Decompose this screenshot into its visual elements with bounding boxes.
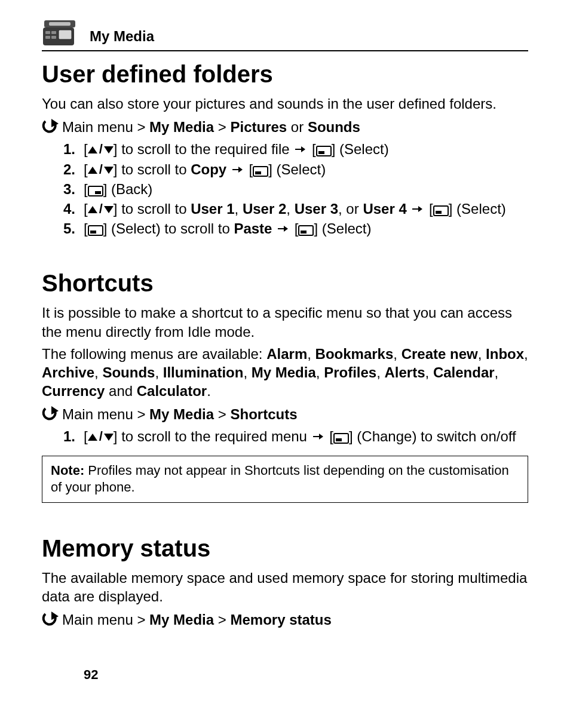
device-icon bbox=[42, 18, 78, 47]
step-body: [/] to scroll to the required menu [] (C… bbox=[84, 427, 528, 446]
softkey-left-icon bbox=[333, 433, 349, 444]
intro-shortcuts: It is possible to make a shortcut to a s… bbox=[42, 303, 528, 340]
heading-shortcuts: Shortcuts bbox=[42, 268, 528, 299]
up-icon bbox=[88, 206, 97, 213]
nav-path-pictures-sounds: Main menu > My Media > Pictures or Sound… bbox=[42, 118, 528, 136]
step-4: 4. [/] to scroll to User 1, User 2, User… bbox=[42, 199, 528, 218]
step-5: 5. [] (Select) to scroll to Paste [] (Se… bbox=[42, 219, 528, 238]
arrow-right-icon bbox=[231, 165, 245, 174]
heading-user-defined-folders: User defined folders bbox=[42, 59, 528, 90]
up-icon bbox=[88, 146, 97, 153]
steps-shortcuts: 1. [/] to scroll to the required menu []… bbox=[42, 427, 528, 446]
step-body: [] (Back) bbox=[84, 180, 528, 198]
step-number: 2. bbox=[42, 160, 84, 179]
intro-user-defined-folders: You can also store your pictures and sou… bbox=[42, 94, 528, 113]
nav-arrow-icon bbox=[42, 612, 59, 628]
step-number: 5. bbox=[42, 219, 84, 238]
shortcuts-menu-list: The following menus are available: Alarm… bbox=[42, 345, 528, 401]
slash-icon: / bbox=[97, 141, 104, 158]
softkey-left-icon bbox=[88, 225, 103, 236]
softkey-right-icon bbox=[88, 186, 103, 196]
arrow-right-icon bbox=[311, 432, 326, 441]
nav-text: Main menu > My Media > Shortcuts bbox=[62, 405, 297, 423]
page-header: My Media bbox=[42, 18, 528, 51]
steps-user-defined-folders: 1. [/] to scroll to the required file []… bbox=[42, 140, 528, 238]
header-section-label: My Media bbox=[90, 27, 154, 47]
step-number: 1. bbox=[42, 140, 84, 158]
step-number: 3. bbox=[42, 180, 84, 198]
note-body: Profiles may not appear in Shortcuts lis… bbox=[51, 463, 509, 495]
slash-icon: / bbox=[97, 428, 104, 446]
step-body: [] (Select) to scroll to Paste [] (Selec… bbox=[84, 219, 528, 238]
down-icon bbox=[104, 167, 114, 174]
nav-text: Main menu > My Media > Pictures or Sound… bbox=[62, 118, 360, 136]
step-body: [/] to scroll to the required file [] (S… bbox=[84, 140, 528, 158]
nav-text: Main menu > My Media > Memory status bbox=[62, 610, 332, 629]
nav-path-shortcuts: Main menu > My Media > Shortcuts bbox=[42, 405, 528, 423]
step-body: [/] to scroll to User 1, User 2, User 3,… bbox=[84, 199, 528, 218]
nav-path-memory-status: Main menu > My Media > Memory status bbox=[42, 610, 528, 629]
arrow-right-icon bbox=[293, 145, 308, 153]
arrow-right-icon bbox=[410, 205, 425, 213]
heading-memory-status: Memory status bbox=[42, 533, 528, 564]
up-icon bbox=[88, 434, 97, 441]
softkey-left-icon bbox=[316, 146, 332, 156]
softkey-left-icon bbox=[298, 225, 314, 236]
down-icon bbox=[104, 146, 114, 153]
down-icon bbox=[104, 206, 114, 213]
step-number: 4. bbox=[42, 199, 84, 218]
step-body: [/] to scroll to Copy [] (Select) bbox=[84, 160, 528, 179]
step-3: 3. [] (Back) bbox=[42, 180, 528, 198]
note-box: Note: Profiles may not appear in Shortcu… bbox=[42, 456, 528, 503]
softkey-left-icon bbox=[253, 166, 268, 177]
up-icon bbox=[88, 167, 97, 174]
page-number: 92 bbox=[84, 666, 98, 684]
step-number: 1. bbox=[42, 427, 84, 446]
slash-icon: / bbox=[97, 161, 104, 179]
note-label: Note: bbox=[51, 463, 84, 478]
nav-arrow-icon bbox=[42, 406, 59, 423]
step-1: 1. [/] to scroll to the required file []… bbox=[42, 140, 528, 158]
step-2: 2. [/] to scroll to Copy [] (Select) bbox=[42, 160, 528, 179]
slash-icon: / bbox=[97, 201, 104, 218]
arrow-right-icon bbox=[276, 225, 290, 233]
intro-memory-status: The available memory space and used memo… bbox=[42, 569, 528, 606]
step-1: 1. [/] to scroll to the required menu []… bbox=[42, 427, 528, 446]
nav-arrow-icon bbox=[42, 119, 59, 136]
down-icon bbox=[104, 434, 114, 441]
softkey-left-icon bbox=[433, 205, 449, 216]
